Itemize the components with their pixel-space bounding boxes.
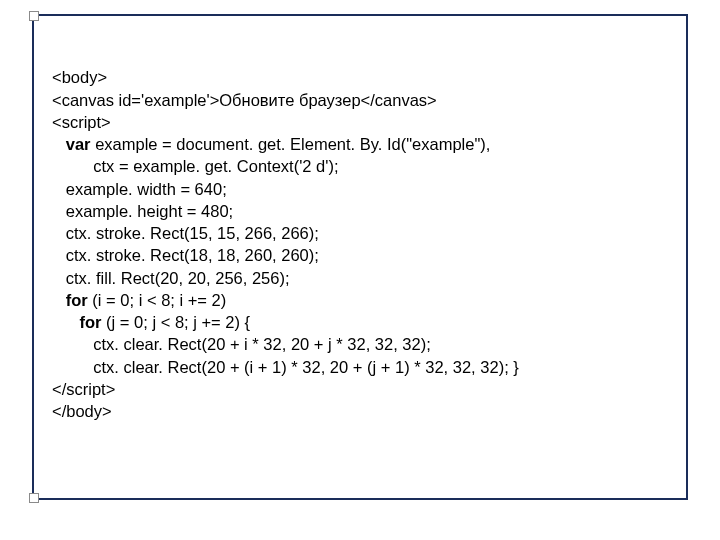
code-line: example. height = 480; bbox=[52, 202, 233, 220]
code-line: </script> bbox=[52, 380, 115, 398]
code-line: var example = document. get. Element. By… bbox=[52, 135, 490, 153]
code-block: <body> <canvas id='example'>Обновите бра… bbox=[52, 44, 519, 423]
code-line: <canvas id='example'>Обновите браузер</c… bbox=[52, 91, 437, 109]
code-line: ctx. stroke. Rect(15, 15, 266, 266); bbox=[52, 224, 319, 242]
code-line: ctx. clear. Rect(20 + (i + 1) * 32, 20 +… bbox=[52, 358, 519, 376]
code-line: ctx. clear. Rect(20 + i * 32, 20 + j * 3… bbox=[52, 335, 431, 353]
code-line: for (i = 0; i < 8; i += 2) bbox=[52, 291, 226, 309]
code-line: <script> bbox=[52, 113, 111, 131]
resize-handle-bl[interactable] bbox=[29, 493, 39, 503]
code-line: </body> bbox=[52, 402, 112, 420]
code-line: ctx = example. get. Context('2 d'); bbox=[52, 157, 338, 175]
code-line: ctx. stroke. Rect(18, 18, 260, 260); bbox=[52, 246, 319, 264]
code-line: ctx. fill. Rect(20, 20, 256, 256); bbox=[52, 269, 290, 287]
resize-handle-tl[interactable] bbox=[29, 11, 39, 21]
code-line: example. width = 640; bbox=[52, 180, 227, 198]
code-line: <body> bbox=[52, 68, 107, 86]
code-line: for (j = 0; j < 8; j += 2) { bbox=[52, 313, 250, 331]
